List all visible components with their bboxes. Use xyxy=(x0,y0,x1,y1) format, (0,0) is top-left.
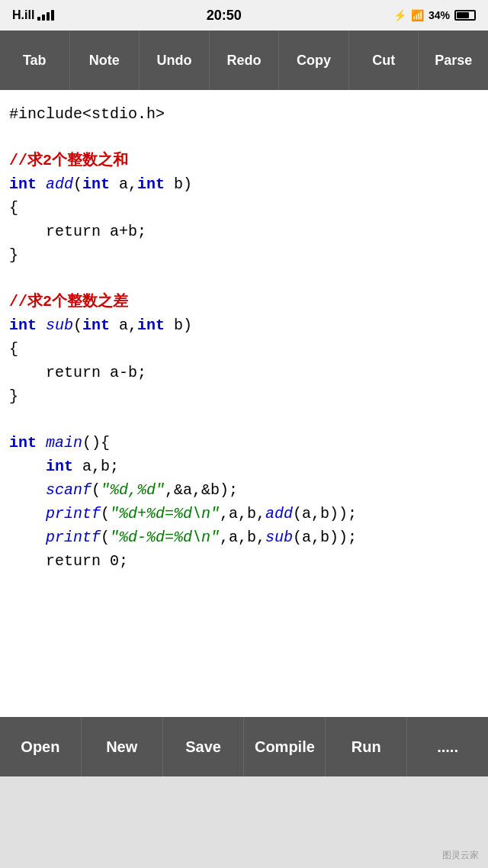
code-line-return-sub: return a-b; xyxy=(9,361,479,384)
save-button[interactable]: Save xyxy=(163,717,245,776)
clock: 20:50 xyxy=(207,8,242,24)
code-line-comment1: //求2个整数之和 xyxy=(9,149,479,172)
code-line-brace-open1: { xyxy=(9,196,479,220)
code-line-sub-decl: int sub(int a,int b) xyxy=(9,313,479,337)
cut-button[interactable]: Cut xyxy=(349,31,419,90)
code-line-empty3 xyxy=(9,408,479,431)
wifi-icon: 📶 xyxy=(411,9,424,21)
status-bar: H.ill 20:50 ⚡ 📶 34% xyxy=(0,0,488,31)
copy-button[interactable]: Copy xyxy=(279,31,349,90)
open-button[interactable]: Open xyxy=(0,717,82,776)
code-line-return-add: return a+b; xyxy=(9,220,479,243)
redo-button[interactable]: Redo xyxy=(210,31,280,90)
code-line-printf-sub: printf("%d-%d=%d\n",a,b,sub(a,b)); xyxy=(9,526,479,549)
code-editor[interactable]: #include<stdio.h> //求2个整数之和 int add(int … xyxy=(0,90,488,717)
code-line-scanf: scanf("%d,%d",&a,&b); xyxy=(9,478,479,502)
bottom-toolbar: Open New Save Compile Run ..... xyxy=(0,717,488,776)
compile-button[interactable]: Compile xyxy=(244,717,326,776)
watermark: 图灵云家 xyxy=(442,849,479,862)
tab-button[interactable]: Tab xyxy=(0,31,70,90)
new-button[interactable]: New xyxy=(82,717,163,776)
battery-percent: 34% xyxy=(429,9,450,21)
battery-icon: ⚡ xyxy=(393,9,406,21)
code-line-int-ab: int a,b; xyxy=(9,455,479,478)
signal-area: H.ill xyxy=(12,8,54,22)
more-button[interactable]: ..... xyxy=(407,717,488,776)
code-line-brace-close2: } xyxy=(9,384,479,408)
signal-bars-icon xyxy=(37,10,54,21)
code-line-comment2: //求2个整数之差 xyxy=(9,290,479,313)
battery-area: ⚡ 📶 34% xyxy=(393,9,476,21)
footer-space: 图灵云家 xyxy=(0,776,488,868)
code-line-brace-close1: } xyxy=(9,243,479,267)
battery-bar xyxy=(454,10,476,21)
undo-button[interactable]: Undo xyxy=(140,31,210,90)
code-line-printf-add: printf("%d+%d=%d\n",a,b,add(a,b)); xyxy=(9,502,479,526)
code-line-return0: return 0; xyxy=(9,549,479,573)
top-toolbar: Tab Note Undo Redo Copy Cut Parse xyxy=(0,31,488,90)
signal-text: H.ill xyxy=(12,8,34,22)
code-line-empty2 xyxy=(9,267,479,290)
code-line-include: #include<stdio.h> xyxy=(9,102,479,126)
code-line-main-decl: int main(){ xyxy=(9,431,479,455)
code-line-empty1 xyxy=(9,126,479,149)
note-button[interactable]: Note xyxy=(70,31,140,90)
parse-button[interactable]: Parse xyxy=(419,31,488,90)
code-line-brace-open2: { xyxy=(9,337,479,361)
run-button[interactable]: Run xyxy=(326,717,407,776)
code-line-add-decl: int add(int a,int b) xyxy=(9,172,479,196)
